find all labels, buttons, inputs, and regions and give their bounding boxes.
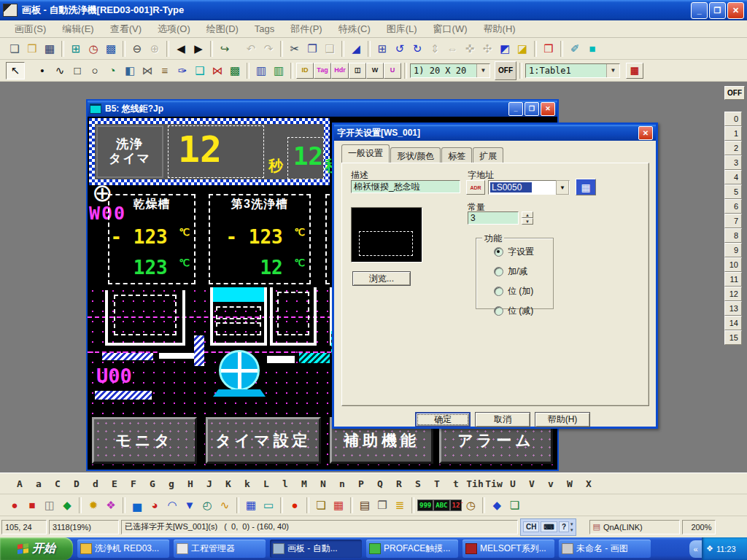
dialog-tab[interactable]: 扩展 xyxy=(473,147,503,163)
palette-state-cell[interactable]: 12 xyxy=(724,287,742,301)
id-toggle[interactable]: ID xyxy=(296,63,314,79)
mirror-horizontal-icon[interactable]: ⇔ xyxy=(444,40,461,58)
tank-graph-icon[interactable]: ▼ xyxy=(181,497,198,514)
multi-lamp-icon[interactable]: ❖ xyxy=(102,497,120,514)
tag-letter-button[interactable]: F xyxy=(124,478,143,489)
half-pie-graph-icon[interactable]: ◠ xyxy=(163,497,181,514)
spin-down-icon[interactable]: ▼ xyxy=(522,218,533,225)
preview-icon[interactable]: ▩ xyxy=(102,40,120,58)
menu-view[interactable]: 查看(V) xyxy=(103,21,149,37)
duplicate-icon[interactable]: ⊞ xyxy=(374,40,391,58)
palette-state-cell[interactable]: 14 xyxy=(724,316,742,330)
task-melsoft[interactable]: MELSOFT系列... xyxy=(462,540,554,558)
palette-state-cell[interactable]: 15 xyxy=(724,330,742,345)
screen-close-button[interactable]: ✕ xyxy=(541,102,555,116)
line-tool-icon[interactable]: ∿ xyxy=(51,62,69,79)
mirror-vertical-icon[interactable]: ⇕ xyxy=(426,40,444,58)
tag-letter-button[interactable]: a xyxy=(29,478,48,489)
next-screen-icon[interactable]: ▶ xyxy=(190,40,207,58)
palette-state-cell[interactable]: 6 xyxy=(724,199,742,214)
fill-color-icon[interactable]: ■ xyxy=(584,40,601,58)
tag-letter-button[interactable]: S xyxy=(409,478,427,489)
tank-shape-1[interactable] xyxy=(105,290,185,346)
numeric-display-icon[interactable]: 999 xyxy=(417,499,433,511)
close-button[interactable]: ✕ xyxy=(727,2,744,19)
ungroup-icon[interactable]: ◪ xyxy=(514,40,531,58)
tank-act-temp[interactable]: 123 xyxy=(133,257,168,279)
scale-tool-icon[interactable]: ≡ xyxy=(156,62,174,79)
redo-icon[interactable]: ↷ xyxy=(260,40,277,58)
tag-letter-button[interactable]: A xyxy=(10,478,29,489)
alarm-part-icon[interactable]: ● xyxy=(286,497,303,514)
tag-toggle[interactable]: Tag xyxy=(314,63,331,79)
menu-edit[interactable]: 编辑(E) xyxy=(55,21,101,37)
timer-setting-button[interactable]: タイマ設定 xyxy=(206,417,321,464)
language-bar-options-icon[interactable]: ▾▾ xyxy=(570,521,573,533)
screen-call-icon[interactable]: ❑ xyxy=(191,62,209,79)
task-paint[interactable]: 未命名 - 画图 xyxy=(559,540,651,558)
address-lookup-button[interactable]: ADR xyxy=(466,180,485,195)
palette-state-cell[interactable]: 1 xyxy=(724,126,742,141)
select-tool-icon[interactable]: ↖ xyxy=(6,62,25,79)
language-help-icon[interactable]: ? xyxy=(559,521,569,532)
new-screen-icon[interactable]: ⊞ xyxy=(67,40,85,58)
task-project-manager[interactable]: 工程管理器 xyxy=(174,540,266,558)
tag-letter-button[interactable]: g xyxy=(162,478,181,489)
dot-tool-icon[interactable]: • xyxy=(34,62,51,79)
tank-panel-wash3[interactable]: 第3洗浄槽 - 123 ℃ 12 ℃ xyxy=(209,194,311,284)
w-toggle[interactable]: W xyxy=(366,63,384,79)
trend-graph-icon[interactable]: ∿ xyxy=(216,497,233,514)
tag-letter-button[interactable]: L xyxy=(257,478,276,489)
menu-window[interactable]: 窗口(W) xyxy=(426,21,475,37)
menu-screen[interactable]: 画面(S) xyxy=(7,21,53,37)
task-drawing-board[interactable]: 画板 - 自動... xyxy=(270,540,362,558)
lamp-icon[interactable]: ✹ xyxy=(85,497,102,514)
mark-call-icon[interactable]: ⋈ xyxy=(209,62,226,79)
tag-letter-button[interactable]: D xyxy=(67,478,86,489)
tag-letter-button[interactable]: J xyxy=(200,478,219,489)
description-input[interactable]: 棉袄惬揆_愁念啦 xyxy=(351,180,460,193)
tag-letter-button[interactable]: K xyxy=(219,478,238,489)
date-display-icon[interactable]: 1̄2̄ xyxy=(450,499,462,511)
menu-library[interactable]: 图库(L) xyxy=(379,21,425,37)
tag-letter-button[interactable]: W xyxy=(560,478,579,489)
tag-letter-button[interactable]: U xyxy=(503,478,522,489)
switch-icon[interactable]: ● xyxy=(6,497,23,514)
logging-icon[interactable]: ▤ xyxy=(356,497,374,514)
spin-up-icon[interactable]: ▲ xyxy=(522,211,533,218)
graph-3d-2-icon[interactable]: ▥ xyxy=(270,62,287,79)
tank-set-temp[interactable]: - 123 xyxy=(225,226,282,248)
rotate-right-icon[interactable]: ↻ xyxy=(409,40,426,58)
tag-letter-button[interactable]: t xyxy=(446,478,465,489)
task-folder[interactable]: 洗浄机 RED03... xyxy=(77,540,169,558)
timer-act-value[interactable]: 12 xyxy=(293,141,323,171)
palette-state-cell[interactable]: 7 xyxy=(724,214,742,228)
image-icon[interactable]: ▩ xyxy=(226,62,244,79)
table-select-arrow-icon[interactable]: ▼ xyxy=(606,64,619,77)
shape-parts-icon[interactable]: ◆ xyxy=(488,497,506,514)
tag-letter-button[interactable]: E xyxy=(105,478,124,489)
palette-state-cell[interactable]: 9 xyxy=(724,243,742,257)
text-tool-icon[interactable]: ✑ xyxy=(174,62,191,79)
grid-size-select[interactable]: 1) 20 X 20 ▼ xyxy=(410,63,490,78)
memo-icon[interactable]: ❐ xyxy=(374,497,391,514)
menu-tags[interactable]: Tags xyxy=(247,22,282,36)
file-part-icon[interactable]: ❏ xyxy=(312,497,330,514)
hdr-toggle[interactable]: Hdr xyxy=(331,63,349,79)
mesh-toggle[interactable]: ◫ xyxy=(349,63,366,79)
open-icon[interactable]: ❒ xyxy=(23,40,41,58)
group-icon[interactable]: ◩ xyxy=(496,40,514,58)
screen-minimize-button[interactable]: _ xyxy=(508,102,523,116)
palette-off-button[interactable]: OFF xyxy=(724,86,745,100)
palette-state-cell[interactable]: 4 xyxy=(724,170,742,184)
screen-maximize-button[interactable]: ❐ xyxy=(525,102,539,116)
u-image-toggle[interactable]: U xyxy=(384,63,401,79)
keyboard-icon[interactable]: ⌨ xyxy=(541,521,557,532)
table-part-icon[interactable]: ▦ xyxy=(330,497,347,514)
palette-state-cell[interactable]: 11 xyxy=(724,272,742,287)
undo-icon[interactable]: ↶ xyxy=(242,40,260,58)
address-combo-arrow-icon[interactable]: ▼ xyxy=(556,180,569,195)
tag-letter-button[interactable]: Q xyxy=(371,478,390,489)
function-radio-option[interactable]: 位 (减) xyxy=(494,305,562,317)
cut-icon[interactable]: ✂ xyxy=(286,40,303,58)
